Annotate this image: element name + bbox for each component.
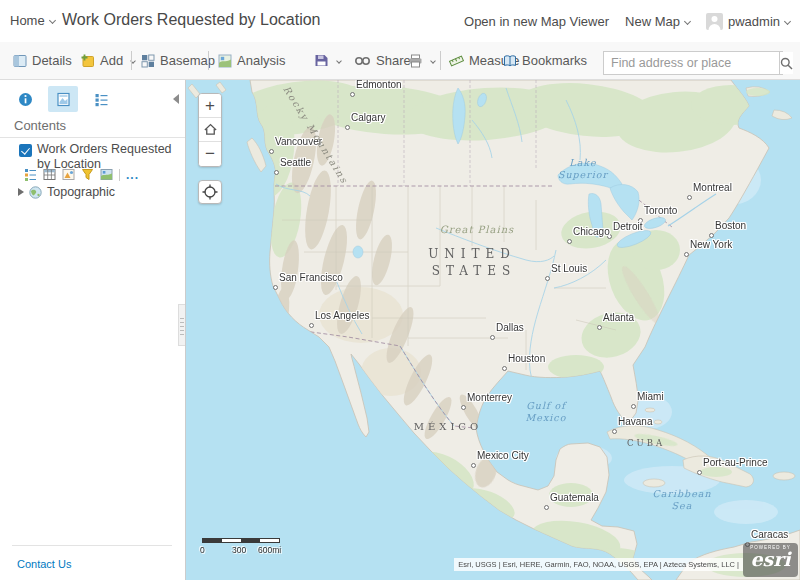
search-button[interactable] <box>779 52 793 74</box>
city-dot <box>273 285 278 290</box>
header-right: Open in new Map Viewer New Map pwadmin <box>464 0 790 42</box>
analysis-button[interactable]: Analysis <box>218 42 285 79</box>
sidebar-tabs <box>10 86 116 112</box>
username-label: pwadmin <box>728 14 780 29</box>
add-label: Add <box>100 53 123 68</box>
tab-legend[interactable] <box>86 86 116 112</box>
user-menu[interactable]: pwadmin <box>706 13 790 30</box>
city-dot <box>597 325 602 330</box>
panel-resize-grip[interactable] <box>178 304 185 346</box>
esri-brand-label: esri <box>743 549 798 569</box>
city-label: Boston <box>715 220 746 231</box>
region-label: MÉXICO <box>414 421 482 432</box>
basemap-label: Basemap <box>160 53 215 68</box>
city-dot <box>631 404 636 409</box>
region-label: UNITED <box>428 247 516 261</box>
new-map-menu[interactable]: New Map <box>625 14 690 29</box>
tab-about[interactable] <box>10 86 40 112</box>
city-label: Mexico City <box>477 450 529 461</box>
city-dot <box>490 335 495 340</box>
chevron-down-icon <box>49 17 56 24</box>
divider <box>0 137 185 138</box>
save-icon <box>314 53 329 68</box>
esri-logo: POWERED BY esri <box>743 543 798 577</box>
city-label: Calgary <box>351 112 385 123</box>
locate-button[interactable] <box>198 180 222 204</box>
city-dot <box>612 429 617 434</box>
add-button[interactable]: Add <box>80 42 135 79</box>
city-label: Los Angeles <box>315 310 370 321</box>
city-dot <box>709 233 714 238</box>
contents-heading: Contents <box>14 118 66 133</box>
change-style-icon[interactable] <box>62 168 75 181</box>
arcgis-map-viewer: Home Work Orders Requested by Location O… <box>0 0 800 580</box>
layer-visibility-checkbox[interactable] <box>19 144 32 157</box>
divider <box>12 545 172 546</box>
city-label: Atlanta <box>603 312 634 323</box>
city-dot <box>502 366 507 371</box>
city-dot <box>687 195 692 200</box>
scale-bar-segments <box>202 538 280 543</box>
search-input[interactable] <box>604 52 779 74</box>
city-dot <box>567 239 572 244</box>
locate-icon <box>202 184 218 200</box>
analysis-icon <box>218 54 232 68</box>
open-in-new-map-viewer-link[interactable]: Open in new Map Viewer <box>464 14 609 29</box>
home-button[interactable] <box>199 118 221 142</box>
map-canvas[interactable]: EdmontonCalgaryVancouverSeattleMontrealT… <box>186 80 800 580</box>
city-label: St Louis <box>551 263 587 274</box>
expand-arrow-icon[interactable] <box>18 188 24 196</box>
content-icon <box>56 92 71 107</box>
basemap-button[interactable]: Basemap <box>141 42 215 79</box>
city-dot <box>309 323 314 328</box>
city-label: Miami <box>637 391 664 402</box>
city-label: San Francisco <box>279 272 343 283</box>
city-dot <box>269 149 274 154</box>
filter-icon[interactable] <box>81 168 94 181</box>
share-button[interactable]: Share <box>354 42 411 79</box>
home-menu[interactable]: Home <box>10 13 55 28</box>
show-table-icon[interactable] <box>43 168 56 181</box>
bookmarks-button[interactable]: Bookmarks <box>503 42 587 79</box>
toolbar-divider <box>208 51 209 70</box>
save-button[interactable] <box>314 42 341 79</box>
more-options-button[interactable]: ... <box>126 172 139 178</box>
city-label: Seattle <box>280 157 311 168</box>
chevron-down-icon <box>684 17 691 24</box>
toolbar-divider <box>440 51 441 70</box>
city-label: Dallas <box>496 322 524 333</box>
search-box <box>603 51 783 75</box>
show-legend-icon[interactable] <box>24 168 37 181</box>
city-label: Chicago <box>573 226 610 237</box>
search-icon <box>780 57 793 70</box>
home-label: Home <box>10 13 45 28</box>
collapse-sidebar-arrow[interactable] <box>173 94 179 104</box>
city-dot <box>471 463 476 468</box>
chevron-down-icon <box>784 17 791 24</box>
basemap-layer-label: Topographic <box>47 185 115 199</box>
region-label: CUBA <box>627 438 665 448</box>
print-button[interactable] <box>408 42 435 79</box>
city-dot <box>274 170 279 175</box>
map-toolbar: Details Add Basemap Analysis Share <box>0 42 800 80</box>
zoom-out-button[interactable]: − <box>199 142 221 166</box>
city-label: Toronto <box>644 205 677 216</box>
page-title: Work Orders Requested by Location <box>62 11 321 29</box>
add-icon <box>80 53 95 68</box>
city-label: Caracas <box>751 529 788 540</box>
zoom-in-button[interactable]: + <box>199 94 221 118</box>
layer-name: Work Orders Requested by Location <box>37 142 179 171</box>
measure-icon <box>449 53 464 68</box>
basemap-icon <box>141 54 155 68</box>
share-label: Share <box>376 53 411 68</box>
details-button[interactable]: Details <box>13 42 72 79</box>
tab-content[interactable] <box>48 86 78 112</box>
city-label: New York <box>690 239 732 250</box>
city-label: Havana <box>618 416 652 427</box>
map-zoom-controls: + − <box>198 93 222 167</box>
perform-analysis-icon[interactable] <box>100 168 113 181</box>
home-icon <box>203 122 218 137</box>
contact-us-link[interactable]: Contact Us <box>17 558 71 570</box>
globe-icon <box>29 186 42 199</box>
city-dot <box>544 505 549 510</box>
